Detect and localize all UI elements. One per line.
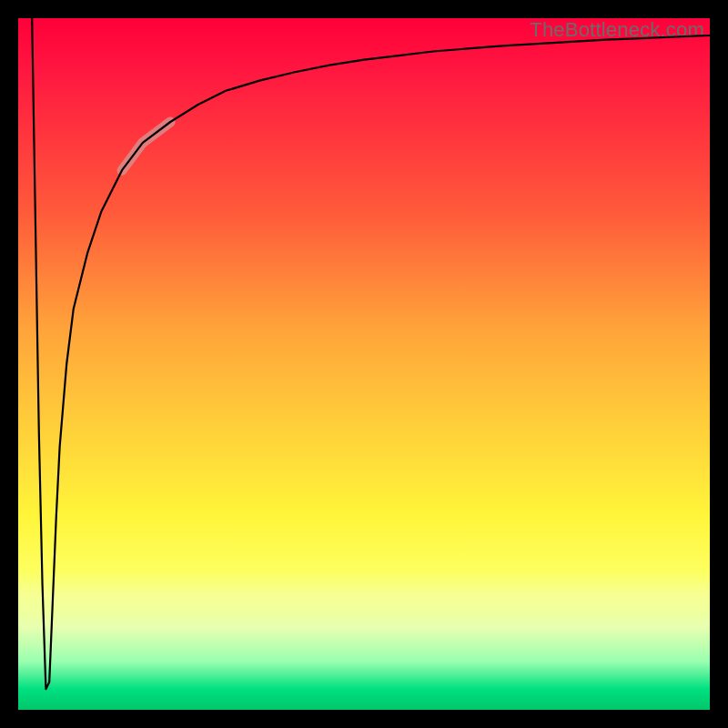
curve-svg <box>18 18 710 710</box>
plot-area: TheBottleneck.com <box>18 18 710 710</box>
curve-accent <box>122 122 170 170</box>
bottleneck-curve-line <box>32 18 710 689</box>
chart-frame: TheBottleneck.com <box>0 0 728 728</box>
